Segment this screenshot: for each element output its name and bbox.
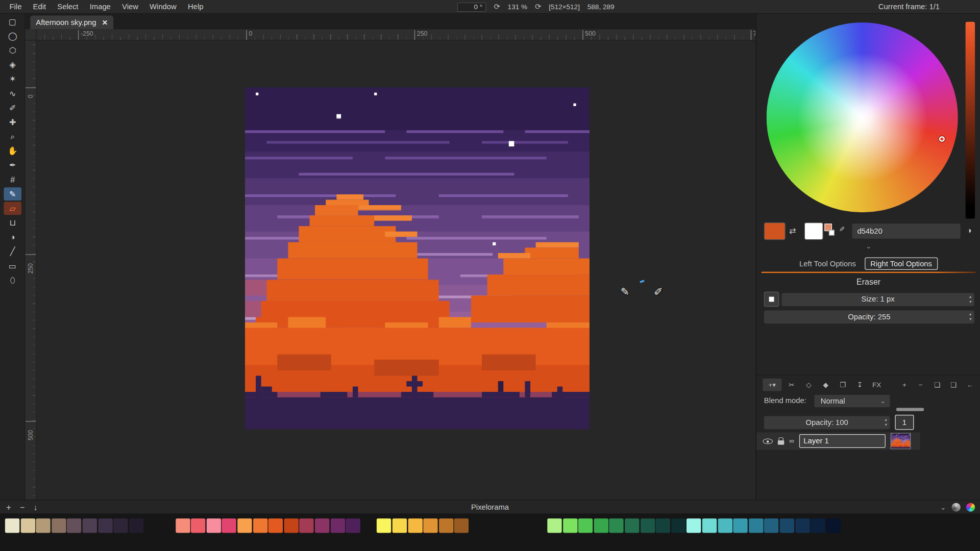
tool-eraser[interactable]: ▱ (4, 202, 21, 215)
palette-swatch[interactable] (176, 518, 190, 533)
tool-magic-wand[interactable]: ✶ (4, 72, 21, 86)
layer-cel-thumbnail[interactable] (891, 433, 911, 449)
zoom-level[interactable]: 131 % (508, 3, 528, 11)
layer-row[interactable]: ∞ Layer 1 (756, 432, 920, 449)
palette-swatch[interactable] (67, 518, 81, 533)
palette-swatch[interactable] (563, 518, 577, 533)
fx-button[interactable]: FX (870, 379, 884, 391)
palette-swatch[interactable] (811, 518, 825, 533)
menu-help[interactable]: Help (182, 0, 209, 14)
menu-select[interactable]: Select (52, 0, 84, 14)
eyedropper-icon[interactable]: ✎ (837, 226, 845, 232)
palette-swatch[interactable] (20, 518, 35, 533)
tool-bucket[interactable]: ⊔ (4, 216, 21, 230)
copy-cel-button[interactable]: ❐ (836, 379, 849, 391)
palette-swatch[interactable] (300, 518, 314, 533)
layer-lock-icon[interactable] (778, 440, 784, 445)
palette-swatch[interactable] (609, 518, 624, 533)
palette-color-icon[interactable] (966, 503, 975, 512)
chevron-down-icon[interactable]: ⌄ (940, 503, 946, 511)
tab-right-tool-options[interactable]: Right Tool Options (865, 257, 938, 269)
palette-swatch[interactable] (702, 518, 717, 533)
palette-swatch[interactable] (315, 518, 329, 533)
tool-crop[interactable]: # (4, 173, 21, 186)
delete-cel-button[interactable]: ✂ (785, 379, 798, 391)
palette-swatch[interactable] (5, 518, 19, 533)
menu-edit[interactable]: Edit (27, 0, 52, 14)
spinner-arrows[interactable]: ▴▾ (969, 312, 971, 322)
palette-swatch[interactable] (640, 518, 654, 533)
layer-opacity-spinbox[interactable]: Opacity: 100 ▴▾ (764, 416, 890, 430)
palette-swatch[interactable] (578, 518, 593, 533)
palette-swatch[interactable] (625, 518, 639, 533)
palette-swatch[interactable] (408, 518, 422, 533)
timeline-scrollbar[interactable] (896, 408, 924, 411)
tab-left-tool-options[interactable]: Left Tool Options (799, 259, 856, 268)
palette-swatch[interactable] (671, 518, 685, 533)
palette-swatch[interactable] (113, 518, 128, 533)
palette-swatch[interactable] (780, 518, 794, 533)
palette-swatch[interactable] (377, 518, 391, 533)
spinner-arrows[interactable]: ▴▾ (969, 294, 971, 305)
palette-swatch[interactable] (795, 518, 810, 533)
hex-color-input[interactable]: d54b20 (852, 223, 961, 238)
palette-swatch[interactable] (733, 518, 748, 533)
palette-swatch[interactable] (191, 518, 205, 533)
tool-ellipse-select[interactable]: ◯ (4, 30, 21, 43)
left-color-swatch[interactable] (764, 222, 786, 240)
layer-tag-button[interactable]: ❑ (947, 379, 961, 391)
palette-swatch[interactable] (129, 518, 143, 533)
palette-swatch[interactable] (206, 518, 220, 533)
palette-swatch[interactable] (687, 518, 701, 533)
palette-swatch[interactable] (439, 518, 453, 533)
move-layer-left-button[interactable]: ← (963, 379, 977, 391)
palette-swatch[interactable] (284, 518, 298, 533)
tool-ellipse[interactable]: ⬯ (4, 273, 21, 287)
document-tab[interactable]: Afternoon sky.png ✕ (30, 16, 113, 30)
frame-button-1[interactable]: 1 (895, 415, 914, 430)
color-mode-icon[interactable]: ◑ (967, 226, 972, 235)
palette-swatch[interactable] (36, 518, 51, 533)
tool-rectangle[interactable]: ▭ (4, 259, 21, 272)
rotation-spinbox[interactable]: 0 ° (457, 2, 486, 11)
brush-size-spinbox[interactable]: Size: 1 px ▴▾ (781, 293, 974, 306)
palette-swatch[interactable] (547, 518, 561, 533)
spinner-arrows[interactable]: ▴▾ (885, 417, 887, 428)
tool-zoom[interactable]: ⌕ (4, 130, 21, 143)
blend-mode-dropdown[interactable]: Normal ⌄ (814, 395, 890, 407)
menu-view[interactable]: View (116, 0, 144, 14)
add-layer-button[interactable]: + (897, 379, 911, 391)
palette-swatch[interactable] (423, 518, 437, 533)
palette-grayscale-icon[interactable] (951, 503, 960, 512)
tool-move[interactable]: ✚ (4, 116, 21, 129)
layer-name-field[interactable]: Layer 1 (799, 434, 886, 448)
palette-swatch[interactable] (764, 518, 778, 533)
palette-swatch[interactable] (826, 518, 841, 533)
cel-properties-button[interactable]: ◆ (819, 379, 832, 391)
right-color-swatch[interactable] (804, 222, 823, 240)
reset-zoom-icon[interactable]: ⟳ (535, 3, 541, 11)
tool-color-picker[interactable]: ✒ (4, 159, 21, 172)
palette-swatch[interactable] (237, 518, 252, 533)
tool-opacity-spinbox[interactable]: Opacity: 255 ▴▾ (764, 311, 974, 324)
palette-swatch[interactable] (749, 518, 763, 533)
tool-polygon-select[interactable]: ⬡ (4, 44, 21, 57)
unlink-cel-button[interactable]: ◇ (802, 379, 816, 391)
palette-swatch[interactable] (346, 518, 360, 533)
add-cel-button[interactable]: +▾ (763, 379, 781, 391)
tool-paint-select[interactable]: ✐ (4, 101, 21, 114)
palette-swatch[interactable] (393, 518, 407, 533)
clone-layer-button[interactable]: ❏ (930, 379, 944, 391)
color-wheel[interactable] (767, 22, 958, 212)
tab-close-icon[interactable]: ✕ (102, 18, 108, 27)
palette-swatch[interactable] (594, 518, 608, 533)
tool-pan[interactable]: ✋ (4, 144, 21, 158)
swap-colors-icon[interactable]: ⇄ (789, 226, 796, 235)
palette-swatch[interactable] (656, 518, 670, 533)
palette-swatch[interactable] (330, 518, 345, 533)
layer-visibility-icon[interactable] (763, 438, 773, 444)
tool-rectangle-select[interactable]: ▢ (4, 15, 21, 28)
color-wheel-selector[interactable] (939, 136, 945, 142)
remove-layer-button[interactable]: − (914, 379, 927, 391)
tool-color-select[interactable]: ◈ (4, 58, 21, 71)
